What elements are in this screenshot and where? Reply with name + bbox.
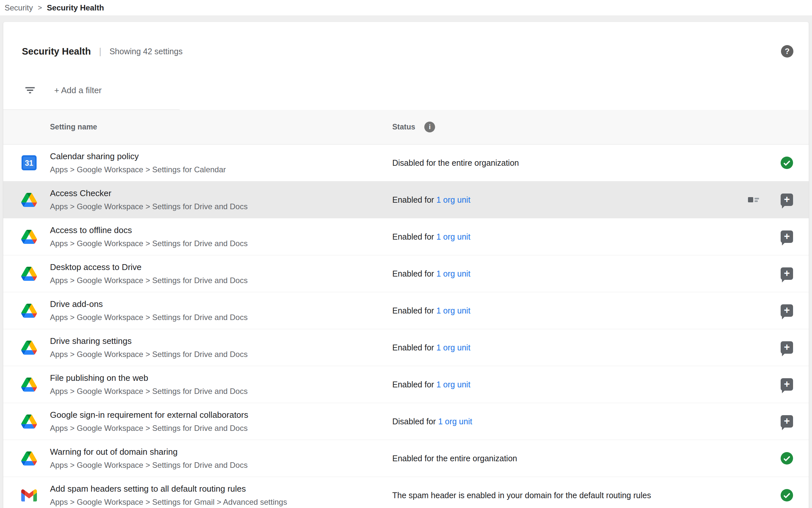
status-text: Enabled for xyxy=(392,195,434,204)
org-unit-link[interactable]: 1 org unit xyxy=(436,195,470,204)
org-unit-link[interactable]: 1 org unit xyxy=(436,380,470,389)
status-text: Enabled for xyxy=(392,232,434,241)
drive-icon xyxy=(21,414,37,429)
status-ok-badge[interactable] xyxy=(781,157,793,169)
filter-bar: + Add a filter xyxy=(3,71,809,110)
setting-path: Apps > Google Workspace > Settings for D… xyxy=(50,387,392,396)
org-unit-link[interactable]: 1 org unit xyxy=(438,417,472,426)
calendar-icon xyxy=(21,155,37,171)
setting-cell: Google sign-in requirement for external … xyxy=(50,410,392,433)
setting-title: Desktop access to Drive xyxy=(50,262,392,272)
security-health-card: Security Health | Showing 42 settings ? … xyxy=(3,22,809,508)
org-unit-indicator-icon[interactable] xyxy=(748,196,759,204)
status-cell: Enabled for1 org unit xyxy=(392,380,781,389)
page-title: Security Health xyxy=(22,46,91,57)
help-icon[interactable]: ? xyxy=(781,45,794,57)
status-cell: Disabled for1 org unit xyxy=(392,417,781,426)
setting-path: Apps > Google Workspace > Settings for G… xyxy=(50,498,392,507)
status-text: Enabled for xyxy=(392,343,434,352)
status-cell: The spam header is enabled in your domai… xyxy=(392,491,781,500)
table-row[interactable]: File publishing on the web Apps > Google… xyxy=(3,366,809,403)
drive-icon xyxy=(21,377,37,392)
breadcrumb-security-health: Security Health xyxy=(47,3,104,12)
setting-title: Access to offline docs xyxy=(50,225,392,236)
recommendation-badge[interactable] xyxy=(781,194,793,206)
status-ok-badge[interactable] xyxy=(781,452,793,465)
setting-path: Apps > Google Workspace > Settings for D… xyxy=(50,239,392,248)
drive-icon xyxy=(21,340,37,355)
table-row[interactable]: Access Checker Apps > Google Workspace >… xyxy=(3,181,809,218)
setting-path: Apps > Google Workspace > Settings for D… xyxy=(50,461,392,470)
table-row[interactable]: Add spam headers setting to all default … xyxy=(3,477,809,508)
status-ok-badge[interactable] xyxy=(781,489,793,502)
setting-title: Calendar sharing policy xyxy=(50,151,392,162)
setting-path: Apps > Google Workspace > Settings for D… xyxy=(50,424,392,433)
status-cell: Enabled for1 org unit xyxy=(392,195,748,205)
drive-icon xyxy=(21,229,37,245)
table-header: Setting name Status i xyxy=(3,110,809,144)
setting-cell: Drive sharing settings Apps > Google Wor… xyxy=(50,336,392,359)
setting-path: Apps > Google Workspace > Settings for D… xyxy=(50,276,392,285)
setting-path: Apps > Google Workspace > Settings for D… xyxy=(50,202,392,211)
column-status: Status i xyxy=(392,122,435,132)
status-cell: Enabled for the entire organization xyxy=(392,454,781,463)
setting-cell: Drive add-ons Apps > Google Workspace > … xyxy=(50,299,392,322)
table-row[interactable]: Drive add-ons Apps > Google Workspace > … xyxy=(3,292,809,329)
table-row[interactable]: Desktop access to Drive Apps > Google Wo… xyxy=(3,255,809,292)
drive-icon xyxy=(21,451,37,466)
status-text: Enabled for xyxy=(392,380,434,389)
setting-title: Access Checker xyxy=(50,188,392,199)
status-cell: Enabled for1 org unit xyxy=(392,269,781,279)
gmail-icon xyxy=(21,488,37,503)
status-cell: Disabled for the entire organization xyxy=(392,158,781,168)
card-header: Security Health | Showing 42 settings ? xyxy=(3,22,809,71)
setting-title: Warning for out of domain sharing xyxy=(50,447,392,457)
table-row[interactable]: Google sign-in requirement for external … xyxy=(3,403,809,440)
recommendation-badge[interactable] xyxy=(781,304,793,317)
org-unit-link[interactable]: 1 org unit xyxy=(436,232,470,241)
status-cell: Enabled for1 org unit xyxy=(392,232,781,242)
status-text: Disabled for the entire organization xyxy=(392,158,519,167)
status-text: Disabled for xyxy=(392,417,436,426)
table-row[interactable]: Warning for out of domain sharing Apps >… xyxy=(3,440,809,477)
status-label: Status xyxy=(392,123,415,131)
status-text: Enabled for xyxy=(392,306,434,315)
setting-cell: Access to offline docs Apps > Google Wor… xyxy=(50,225,392,248)
org-unit-link[interactable]: 1 org unit xyxy=(436,343,470,352)
recommendation-badge[interactable] xyxy=(781,341,793,354)
breadcrumb-separator-icon: > xyxy=(38,4,42,12)
setting-cell: File publishing on the web Apps > Google… xyxy=(50,373,392,396)
setting-path: Apps > Google Workspace > Settings for D… xyxy=(50,350,392,359)
recommendation-badge[interactable] xyxy=(781,415,793,428)
table-row[interactable]: Access to offline docs Apps > Google Wor… xyxy=(3,218,809,255)
recommendation-badge[interactable] xyxy=(781,230,793,243)
drive-icon xyxy=(21,192,37,208)
setting-cell: Access Checker Apps > Google Workspace >… xyxy=(50,188,392,211)
recommendation-badge[interactable] xyxy=(781,267,793,280)
table-row[interactable]: Calendar sharing policy Apps > Google Wo… xyxy=(3,144,809,181)
setting-path: Apps > Google Workspace > Settings for D… xyxy=(50,313,392,322)
status-text: The spam header is enabled in your domai… xyxy=(392,491,651,500)
drive-icon xyxy=(21,303,37,319)
status-text: Enabled for the entire organization xyxy=(392,454,517,463)
recommendation-badge[interactable] xyxy=(781,378,793,391)
setting-title: Drive sharing settings xyxy=(50,336,392,346)
settings-count: Showing 42 settings xyxy=(109,47,183,56)
breadcrumb-security[interactable]: Security xyxy=(5,3,33,12)
org-unit-link[interactable]: 1 org unit xyxy=(436,269,470,278)
setting-cell: Desktop access to Drive Apps > Google Wo… xyxy=(50,262,392,285)
setting-title: Google sign-in requirement for external … xyxy=(50,410,392,420)
filter-list-icon xyxy=(24,84,36,96)
setting-cell: Add spam headers setting to all default … xyxy=(50,484,392,507)
table-row[interactable]: Drive sharing settings Apps > Google Wor… xyxy=(3,329,809,366)
org-unit-link[interactable]: 1 org unit xyxy=(436,306,470,315)
drive-icon xyxy=(21,266,37,282)
setting-cell: Calendar sharing policy Apps > Google Wo… xyxy=(50,151,392,174)
setting-title: Drive add-ons xyxy=(50,299,392,309)
title-divider: | xyxy=(99,46,101,56)
info-icon[interactable]: i xyxy=(424,122,435,132)
status-cell: Enabled for1 org unit xyxy=(392,343,781,352)
column-setting-name: Setting name xyxy=(50,123,392,131)
breadcrumb: Security > Security Health xyxy=(0,0,812,15)
add-filter-button[interactable]: + Add a filter xyxy=(54,85,102,95)
